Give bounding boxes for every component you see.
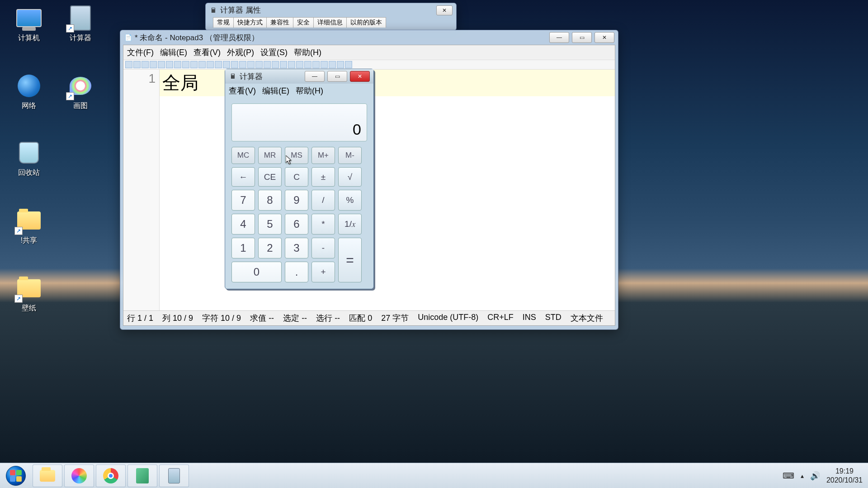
- tab-security[interactable]: 安全: [293, 17, 314, 28]
- properties-titlebar[interactable]: 🖩 计算器 属性 ✕: [206, 3, 456, 17]
- tray-chevron-icon[interactable]: ▴: [801, 472, 804, 479]
- toolbar-button[interactable]: [190, 61, 198, 68]
- toolbar-button[interactable]: [345, 61, 352, 68]
- start-button[interactable]: [0, 464, 32, 488]
- tab-prev[interactable]: 以前的版本: [346, 17, 386, 28]
- tab-shortcut[interactable]: 快捷方式: [233, 17, 267, 28]
- calc-mminus-button[interactable]: M-: [338, 147, 362, 164]
- calc-equals-button[interactable]: =: [338, 238, 362, 282]
- toolbar-button[interactable]: [150, 61, 157, 68]
- toolbar-button[interactable]: [337, 61, 344, 68]
- tab-details[interactable]: 详细信息: [313, 17, 347, 28]
- calc-6-button[interactable]: 6: [285, 214, 308, 235]
- calc-sqrt-button[interactable]: √: [338, 167, 362, 187]
- toolbar-button[interactable]: [272, 61, 279, 68]
- calc-7-button[interactable]: 7: [231, 190, 255, 211]
- calc-multiply-button[interactable]: *: [311, 214, 335, 235]
- toolbar-button[interactable]: [304, 61, 311, 68]
- desktop-icon-computer[interactable]: 计算机: [6, 4, 52, 43]
- desktop-icon-share[interactable]: ↗ !共享: [6, 206, 52, 245]
- toolbar-button[interactable]: [166, 61, 173, 68]
- calc-ms-button[interactable]: MS: [285, 147, 308, 164]
- taskbar-item-calculator[interactable]: [159, 465, 189, 487]
- calc-1-button[interactable]: 1: [231, 238, 255, 258]
- menu-help[interactable]: 帮助(H): [296, 85, 323, 96]
- taskbar-item-chrome[interactable]: [96, 465, 126, 487]
- tray-icon[interactable]: ⌨: [783, 471, 794, 481]
- toolbar-button[interactable]: [231, 61, 238, 68]
- calc-4-button[interactable]: 4: [231, 214, 255, 235]
- calc-2-button[interactable]: 2: [258, 238, 282, 258]
- toolbar-button[interactable]: [247, 61, 255, 68]
- calc-5-button[interactable]: 5: [258, 214, 282, 235]
- calculator-window[interactable]: 🖩 计算器 — ▭ ✕ 查看(V) 编辑(E) 帮助(H) 0 MC MR MS…: [225, 69, 374, 289]
- menu-appearance[interactable]: 外观(P): [227, 47, 254, 58]
- menu-help[interactable]: 帮助(H): [294, 47, 321, 58]
- taskbar-item-browser1[interactable]: [64, 465, 94, 487]
- toolbar-button[interactable]: [142, 61, 149, 68]
- desktop-icon-wallpaper[interactable]: ↗ 壁纸: [6, 274, 52, 313]
- calc-c-button[interactable]: C: [285, 167, 308, 187]
- toolbar-button[interactable]: [312, 61, 320, 68]
- menu-edit[interactable]: 编辑(E): [262, 85, 289, 96]
- close-button[interactable]: ✕: [594, 32, 614, 43]
- toolbar-button[interactable]: [198, 61, 206, 68]
- toolbar-button[interactable]: [321, 61, 328, 68]
- taskbar-item-explorer[interactable]: [33, 465, 62, 487]
- menu-file[interactable]: 文件(F): [127, 47, 154, 58]
- taskbar-item-notepad3[interactable]: [127, 465, 157, 487]
- toolbar-button[interactable]: [329, 61, 336, 68]
- calc-8-button[interactable]: 8: [258, 190, 282, 211]
- minimize-button[interactable]: —: [305, 71, 325, 82]
- calc-percent-button[interactable]: %: [338, 190, 362, 211]
- calc-mplus-button[interactable]: M+: [311, 147, 335, 164]
- toolbar-button[interactable]: [223, 61, 230, 68]
- calc-backspace-button[interactable]: ←: [231, 167, 255, 187]
- close-button[interactable]: ✕: [350, 71, 370, 82]
- toolbar-button[interactable]: [182, 61, 189, 68]
- menu-edit[interactable]: 编辑(E): [160, 47, 187, 58]
- minimize-button[interactable]: —: [549, 32, 569, 43]
- desktop-icon-network[interactable]: 网络: [6, 71, 52, 111]
- menu-view[interactable]: 查看(V): [229, 85, 256, 96]
- calc-3-button[interactable]: 3: [285, 238, 308, 258]
- calc-ce-button[interactable]: CE: [258, 167, 282, 187]
- properties-dialog[interactable]: 🖩 计算器 属性 ✕ 常规 快捷方式 兼容性 安全 详细信息 以前的版本: [205, 3, 457, 31]
- menu-settings[interactable]: 设置(S): [260, 47, 288, 58]
- taskbar-clock[interactable]: 19:19 2020/10/31: [826, 467, 863, 484]
- calc-reciprocal-button[interactable]: 1/𝑥: [338, 214, 362, 235]
- toolbar-button[interactable]: [158, 61, 165, 68]
- toolbar-button[interactable]: [125, 61, 132, 68]
- desktop-icon-calculator[interactable]: ↗ 计算器: [58, 4, 103, 43]
- toolbar-button[interactable]: [255, 61, 263, 68]
- menu-view[interactable]: 查看(V): [193, 47, 221, 58]
- close-button[interactable]: ✕: [436, 5, 453, 15]
- calc-minus-button[interactable]: -: [311, 238, 335, 258]
- calc-9-button[interactable]: 9: [285, 190, 308, 211]
- notepad-titlebar[interactable]: 📄 * 未命名 - Notepad3 （管理员权限） — ▭ ✕: [120, 30, 618, 45]
- toolbar-button[interactable]: [174, 61, 181, 68]
- toolbar-button[interactable]: [207, 61, 214, 68]
- desktop-icon-paint[interactable]: ↗ 画图: [58, 71, 103, 111]
- calculator-titlebar[interactable]: 🖩 计算器 — ▭ ✕: [225, 69, 373, 84]
- desktop-icon-recycle-bin[interactable]: 回收站: [6, 138, 52, 178]
- tab-compat[interactable]: 兼容性: [266, 17, 293, 28]
- toolbar-button[interactable]: [264, 61, 271, 68]
- calc-decimal-button[interactable]: .: [285, 262, 308, 282]
- calc-divide-button[interactable]: /: [311, 190, 335, 211]
- maximize-button[interactable]: ▭: [327, 71, 347, 82]
- calc-mc-button[interactable]: MC: [231, 147, 255, 164]
- toolbar-button[interactable]: [280, 61, 287, 68]
- tray-volume-icon[interactable]: 🔊: [810, 471, 820, 481]
- toolbar-button[interactable]: [239, 61, 246, 68]
- toolbar-button[interactable]: [215, 61, 222, 68]
- toolbar-button[interactable]: [288, 61, 295, 68]
- toolbar-button[interactable]: [296, 61, 303, 68]
- tab-general[interactable]: 常规: [213, 17, 234, 28]
- calc-0-button[interactable]: 0: [231, 262, 282, 282]
- calc-negate-button[interactable]: ±: [311, 167, 335, 187]
- calc-mr-button[interactable]: MR: [258, 147, 282, 164]
- calc-plus-button[interactable]: +: [311, 262, 335, 282]
- taskbar[interactable]: ⌨ ▴ 🔊 19:19 2020/10/31: [0, 463, 868, 488]
- maximize-button[interactable]: ▭: [572, 32, 592, 43]
